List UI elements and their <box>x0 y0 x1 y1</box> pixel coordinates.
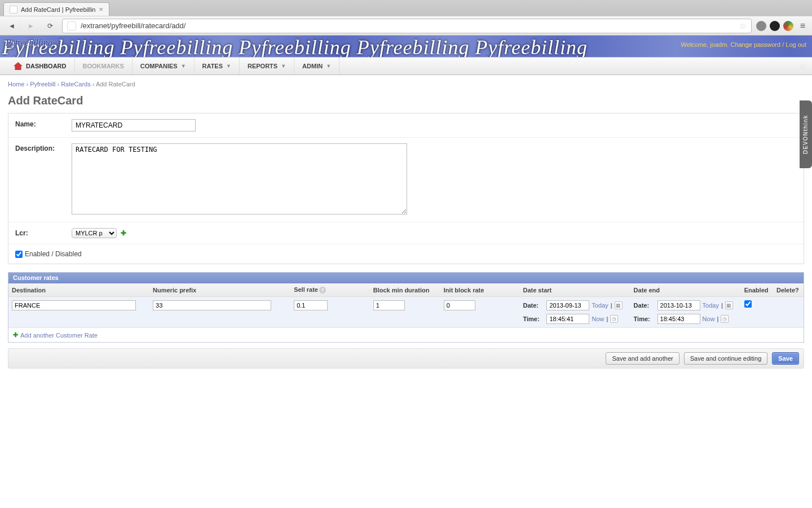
th-delete: Delete? <box>773 283 804 297</box>
label-end-time: Time: <box>634 316 655 322</box>
menu-companies[interactable]: COMPANIES▼ <box>133 58 195 75</box>
row-name: Name: <box>8 113 804 138</box>
ext-icon-2[interactable] <box>770 21 780 31</box>
add-another-row: ✚ Add another Customer Rate <box>8 328 804 342</box>
row-enabled: Enabled / Disabled <box>8 244 804 264</box>
devonthink-side-tab[interactable]: DEVONthink <box>800 100 812 168</box>
input-sell-rate[interactable] <box>294 300 328 310</box>
form-box: Name: Description: Lcr: MYLCR p ✚ Enable… <box>8 113 804 264</box>
menu-rates[interactable]: RATES▼ <box>195 58 240 75</box>
inline-title: Customer rates <box>8 273 804 283</box>
ext-icon-3[interactable] <box>783 21 793 31</box>
crumb-app[interactable]: Pyfreebill <box>30 81 55 87</box>
input-destination[interactable] <box>12 300 136 310</box>
th-date-end: Date end <box>630 283 741 297</box>
th-sell-rate: Sell rate? <box>290 283 370 297</box>
breadcrumb: Home › Pyfreebill › RateCards › Add Rate… <box>0 75 812 93</box>
input-description[interactable] <box>72 143 407 214</box>
link-add-another[interactable]: Add another Customer Rate <box>20 332 98 339</box>
url-field[interactable]: /extranet/pyfreebill/ratecard/add/ ☆ <box>62 19 752 33</box>
th-prefix: Numeric prefix <box>149 283 290 297</box>
submit-row: Save and add another Save and continue e… <box>8 348 804 369</box>
crumb-page: Add RateCard <box>96 81 135 87</box>
chevron-down-icon: ▼ <box>181 63 186 69</box>
clock-icon[interactable]: ◷ <box>721 315 729 323</box>
row-lcr: Lcr: MYLCR p ✚ <box>8 222 804 244</box>
label-enabled: Enabled / Disabled <box>25 250 82 258</box>
input-end-time[interactable] <box>657 314 700 324</box>
label-start-time: Time: <box>523 316 544 322</box>
favorite-star-icon[interactable]: ☆ <box>798 61 806 72</box>
tab-title: Add RateCard | Pyfreebillin <box>21 6 95 13</box>
chevron-down-icon: ▼ <box>226 63 231 69</box>
input-name[interactable] <box>72 119 196 132</box>
th-enabled: Enabled <box>741 283 773 297</box>
input-end-date[interactable] <box>657 300 700 310</box>
forward-button[interactable]: ► <box>24 19 38 33</box>
input-start-time[interactable] <box>546 314 589 324</box>
th-init-block: Init block rate <box>440 283 520 297</box>
calendar-icon[interactable]: ▦ <box>725 301 733 309</box>
banner-user-links: Welcome, joadm. Change password / Log ou… <box>681 41 806 48</box>
chevron-down-icon: ▼ <box>281 63 286 69</box>
reload-button[interactable]: ⟳ <box>43 19 58 33</box>
label-end-date: Date: <box>634 302 655 309</box>
app-banner: Pyfreebilling Pyfreebilling Pyfreebillin… <box>0 36 812 57</box>
button-save-add-another[interactable]: Save and add another <box>606 352 679 365</box>
bookmark-star-icon[interactable]: ☆ <box>739 21 747 30</box>
chevron-down-icon: ▼ <box>326 63 331 69</box>
link-start-today[interactable]: Today <box>592 302 608 309</box>
url-favicon <box>67 21 76 30</box>
clock-icon[interactable]: ◷ <box>610 315 618 323</box>
link-start-now[interactable]: Now <box>592 316 604 322</box>
inline-customer-rates: Customer rates Destination Numeric prefi… <box>8 272 804 343</box>
crumb-home[interactable]: Home <box>8 81 24 87</box>
button-save[interactable]: Save <box>772 352 799 365</box>
ext-icon-1[interactable] <box>756 21 766 31</box>
link-end-today[interactable]: Today <box>703 302 719 309</box>
th-block-min: Block min duration <box>370 283 440 297</box>
menu-bookmarks[interactable]: BOOKMARKS <box>75 58 133 75</box>
banner-logo: Pyfreebilling <box>6 38 52 48</box>
label-start-date: Date: <box>523 302 544 309</box>
checkbox-enabled[interactable] <box>15 251 23 258</box>
extension-icons <box>756 21 793 31</box>
plus-icon: ✚ <box>13 331 18 339</box>
select-lcr[interactable]: MYLCR p <box>72 228 117 238</box>
button-save-continue[interactable]: Save and continue editing <box>684 352 768 365</box>
table-row: Date: Today| ▦ Time: Now| ◷ <box>8 297 804 328</box>
inline-table: Destination Numeric prefix Sell rate? Bl… <box>8 283 804 328</box>
close-icon[interactable]: × <box>99 5 103 14</box>
input-block-min[interactable] <box>373 300 405 310</box>
calendar-icon[interactable]: ▦ <box>615 301 623 309</box>
input-prefix[interactable] <box>153 300 271 310</box>
browser-tab[interactable]: Add RateCard | Pyfreebillin × <box>3 2 109 16</box>
browser-menu-icon[interactable]: ≡ <box>798 21 807 31</box>
crumb-model[interactable]: RateCards <box>61 81 91 87</box>
tab-favicon <box>10 6 17 14</box>
input-init-block[interactable] <box>444 300 475 310</box>
menu-reports[interactable]: REPORTS▼ <box>240 58 294 75</box>
th-date-start: Date start <box>519 283 630 297</box>
menu-dashboard[interactable]: DASHBOARD <box>6 58 75 75</box>
welcome-text: Welcome, joadm. <box>681 41 729 48</box>
label-description: Description: <box>15 143 72 216</box>
top-menu: DASHBOARD BOOKMARKS COMPANIES▼ RATES▼ RE… <box>0 57 812 75</box>
row-description: Description: <box>8 138 804 222</box>
page-title: Add RateCard <box>0 93 812 113</box>
link-end-now[interactable]: Now <box>703 316 715 322</box>
add-lcr-icon[interactable]: ✚ <box>121 229 126 237</box>
label-lcr: Lcr: <box>15 228 72 238</box>
address-bar: ◄ ► ⟳ /extranet/pyfreebill/ratecard/add/… <box>0 16 812 35</box>
url-text: /extranet/pyfreebill/ratecard/add/ <box>81 21 186 30</box>
menu-admin[interactable]: ADMIN▼ <box>294 58 339 75</box>
logout-link[interactable]: Log out <box>785 41 806 48</box>
back-button[interactable]: ◄ <box>5 19 19 33</box>
checkbox-row-enabled[interactable] <box>744 300 752 308</box>
browser-chrome: Add RateCard | Pyfreebillin × ◄ ► ⟳ /ext… <box>0 0 812 36</box>
help-icon[interactable]: ? <box>319 287 326 294</box>
change-password-link[interactable]: Change password <box>730 41 780 48</box>
th-destination: Destination <box>8 283 149 297</box>
home-icon <box>14 62 23 70</box>
input-start-date[interactable] <box>546 300 589 310</box>
